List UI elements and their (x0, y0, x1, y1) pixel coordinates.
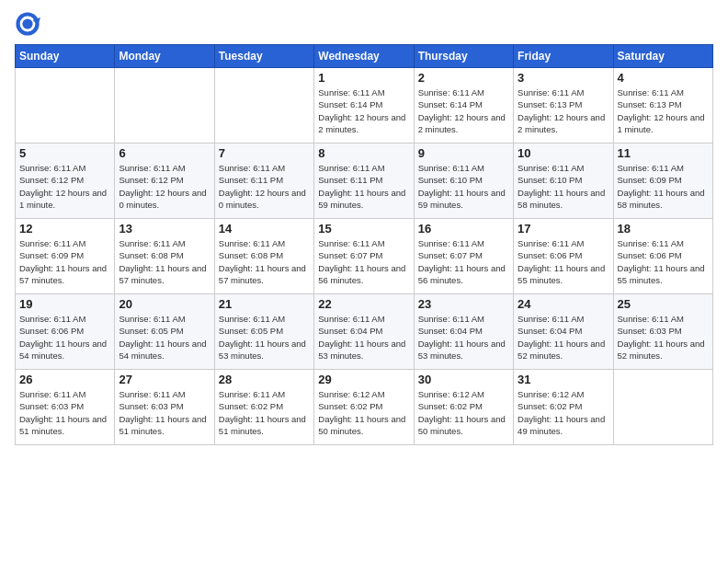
calendar-cell: 22Sunrise: 6:11 AMSunset: 6:04 PMDayligh… (314, 294, 414, 370)
day-number: 7 (219, 146, 310, 160)
day-number: 26 (19, 373, 110, 386)
day-info: Sunrise: 6:11 AMSunset: 6:06 PMDaylight:… (518, 237, 609, 286)
day-info: Sunrise: 6:12 AMSunset: 6:02 PMDaylight:… (418, 388, 509, 437)
day-info: Sunrise: 6:11 AMSunset: 6:03 PMDaylight:… (19, 388, 110, 437)
day-info: Sunrise: 6:11 AMSunset: 6:12 PMDaylight:… (19, 162, 110, 211)
day-number: 12 (19, 222, 110, 236)
day-info: Sunrise: 6:11 AMSunset: 6:04 PMDaylight:… (318, 313, 409, 362)
day-info: Sunrise: 6:11 AMSunset: 6:08 PMDaylight:… (119, 237, 210, 286)
calendar-week-2: 5Sunrise: 6:11 AMSunset: 6:12 PMDaylight… (16, 144, 713, 219)
day-info: Sunrise: 6:11 AMSunset: 6:07 PMDaylight:… (418, 237, 509, 286)
calendar-cell: 19Sunrise: 6:11 AMSunset: 6:06 PMDayligh… (16, 294, 115, 370)
day-info: Sunrise: 6:11 AMSunset: 6:09 PMDaylight:… (618, 162, 709, 211)
calendar-cell: 13Sunrise: 6:11 AMSunset: 6:08 PMDayligh… (115, 219, 214, 294)
calendar: SundayMondayTuesdayWednesdayThursdayFrid… (15, 44, 713, 445)
calendar-cell: 17Sunrise: 6:11 AMSunset: 6:06 PMDayligh… (514, 219, 613, 294)
day-info: Sunrise: 6:11 AMSunset: 6:05 PMDaylight:… (219, 313, 310, 362)
calendar-week-1: 1Sunrise: 6:11 AMSunset: 6:14 PMDaylight… (16, 68, 713, 144)
logo (15, 11, 44, 37)
day-number: 17 (518, 222, 609, 236)
page: SundayMondayTuesdayWednesdayThursdayFrid… (0, 0, 728, 563)
day-number: 21 (219, 297, 310, 311)
day-info: Sunrise: 6:11 AMSunset: 6:11 PMDaylight:… (219, 162, 310, 211)
header (15, 11, 713, 37)
day-number: 11 (618, 146, 709, 160)
calendar-cell (214, 68, 313, 144)
calendar-week-5: 26Sunrise: 6:11 AMSunset: 6:03 PMDayligh… (16, 370, 713, 445)
day-header-wednesday: Wednesday (314, 45, 414, 68)
calendar-cell (16, 68, 115, 144)
day-header-thursday: Thursday (414, 45, 513, 68)
calendar-cell: 25Sunrise: 6:11 AMSunset: 6:03 PMDayligh… (613, 294, 712, 370)
day-number: 27 (119, 373, 210, 386)
day-info: Sunrise: 6:11 AMSunset: 6:14 PMDaylight:… (318, 86, 409, 135)
calendar-cell: 31Sunrise: 6:12 AMSunset: 6:02 PMDayligh… (514, 370, 613, 445)
day-number: 6 (119, 146, 210, 160)
day-number: 3 (518, 71, 609, 85)
calendar-cell: 15Sunrise: 6:11 AMSunset: 6:07 PMDayligh… (314, 219, 414, 294)
day-number: 31 (518, 373, 609, 386)
day-info: Sunrise: 6:11 AMSunset: 6:12 PMDaylight:… (119, 162, 210, 211)
day-info: Sunrise: 6:11 AMSunset: 6:04 PMDaylight:… (518, 313, 609, 362)
calendar-cell: 26Sunrise: 6:11 AMSunset: 6:03 PMDayligh… (16, 370, 115, 445)
day-header-saturday: Saturday (613, 45, 712, 68)
day-info: Sunrise: 6:11 AMSunset: 6:02 PMDaylight:… (219, 388, 310, 437)
calendar-cell: 20Sunrise: 6:11 AMSunset: 6:05 PMDayligh… (115, 294, 214, 370)
calendar-cell: 4Sunrise: 6:11 AMSunset: 6:13 PMDaylight… (613, 68, 712, 144)
day-number: 19 (19, 297, 110, 311)
calendar-cell: 18Sunrise: 6:11 AMSunset: 6:06 PMDayligh… (613, 219, 712, 294)
day-number: 28 (219, 373, 310, 386)
calendar-cell: 1Sunrise: 6:11 AMSunset: 6:14 PMDaylight… (314, 68, 414, 144)
calendar-cell: 21Sunrise: 6:11 AMSunset: 6:05 PMDayligh… (214, 294, 313, 370)
calendar-cell: 11Sunrise: 6:11 AMSunset: 6:09 PMDayligh… (613, 144, 712, 219)
day-number: 22 (318, 297, 409, 311)
day-header-friday: Friday (514, 45, 613, 68)
calendar-cell: 29Sunrise: 6:12 AMSunset: 6:02 PMDayligh… (314, 370, 414, 445)
day-number: 10 (518, 146, 609, 160)
calendar-cell: 10Sunrise: 6:11 AMSunset: 6:10 PMDayligh… (514, 144, 613, 219)
calendar-cell: 7Sunrise: 6:11 AMSunset: 6:11 PMDaylight… (214, 144, 313, 219)
calendar-cell: 2Sunrise: 6:11 AMSunset: 6:14 PMDaylight… (414, 68, 513, 144)
day-info: Sunrise: 6:11 AMSunset: 6:06 PMDaylight:… (618, 237, 709, 286)
day-info: Sunrise: 6:11 AMSunset: 6:04 PMDaylight:… (418, 313, 509, 362)
day-number: 23 (418, 297, 509, 311)
day-info: Sunrise: 6:11 AMSunset: 6:10 PMDaylight:… (518, 162, 609, 211)
logo-icon (15, 11, 40, 37)
day-number: 5 (19, 146, 110, 160)
day-number: 1 (318, 71, 409, 85)
day-number: 29 (318, 373, 409, 386)
day-info: Sunrise: 6:11 AMSunset: 6:11 PMDaylight:… (318, 162, 409, 211)
calendar-cell: 28Sunrise: 6:11 AMSunset: 6:02 PMDayligh… (214, 370, 313, 445)
day-number: 20 (119, 297, 210, 311)
calendar-cell: 23Sunrise: 6:11 AMSunset: 6:04 PMDayligh… (414, 294, 513, 370)
calendar-cell (115, 68, 214, 144)
svg-point-2 (22, 18, 32, 29)
day-number: 8 (318, 146, 409, 160)
day-header-sunday: Sunday (16, 45, 115, 68)
day-info: Sunrise: 6:11 AMSunset: 6:07 PMDaylight:… (318, 237, 409, 286)
day-number: 25 (618, 297, 709, 311)
day-info: Sunrise: 6:11 AMSunset: 6:13 PMDaylight:… (618, 86, 709, 135)
calendar-week-4: 19Sunrise: 6:11 AMSunset: 6:06 PMDayligh… (16, 294, 713, 370)
calendar-header-row: SundayMondayTuesdayWednesdayThursdayFrid… (16, 45, 713, 68)
calendar-cell: 6Sunrise: 6:11 AMSunset: 6:12 PMDaylight… (115, 144, 214, 219)
day-info: Sunrise: 6:11 AMSunset: 6:03 PMDaylight:… (119, 388, 210, 437)
calendar-week-3: 12Sunrise: 6:11 AMSunset: 6:09 PMDayligh… (16, 219, 713, 294)
calendar-cell: 12Sunrise: 6:11 AMSunset: 6:09 PMDayligh… (16, 219, 115, 294)
calendar-cell: 16Sunrise: 6:11 AMSunset: 6:07 PMDayligh… (414, 219, 513, 294)
day-number: 14 (219, 222, 310, 236)
calendar-cell (613, 370, 712, 445)
day-number: 15 (318, 222, 409, 236)
day-number: 13 (119, 222, 210, 236)
day-info: Sunrise: 6:12 AMSunset: 6:02 PMDaylight:… (518, 388, 609, 437)
day-info: Sunrise: 6:11 AMSunset: 6:05 PMDaylight:… (119, 313, 210, 362)
day-header-tuesday: Tuesday (214, 45, 313, 68)
calendar-cell: 14Sunrise: 6:11 AMSunset: 6:08 PMDayligh… (214, 219, 313, 294)
calendar-cell: 27Sunrise: 6:11 AMSunset: 6:03 PMDayligh… (115, 370, 214, 445)
day-number: 30 (418, 373, 509, 386)
day-info: Sunrise: 6:11 AMSunset: 6:14 PMDaylight:… (418, 86, 509, 135)
day-info: Sunrise: 6:11 AMSunset: 6:13 PMDaylight:… (518, 86, 609, 135)
day-info: Sunrise: 6:11 AMSunset: 6:06 PMDaylight:… (19, 313, 110, 362)
calendar-cell: 5Sunrise: 6:11 AMSunset: 6:12 PMDaylight… (16, 144, 115, 219)
calendar-cell: 30Sunrise: 6:12 AMSunset: 6:02 PMDayligh… (414, 370, 513, 445)
